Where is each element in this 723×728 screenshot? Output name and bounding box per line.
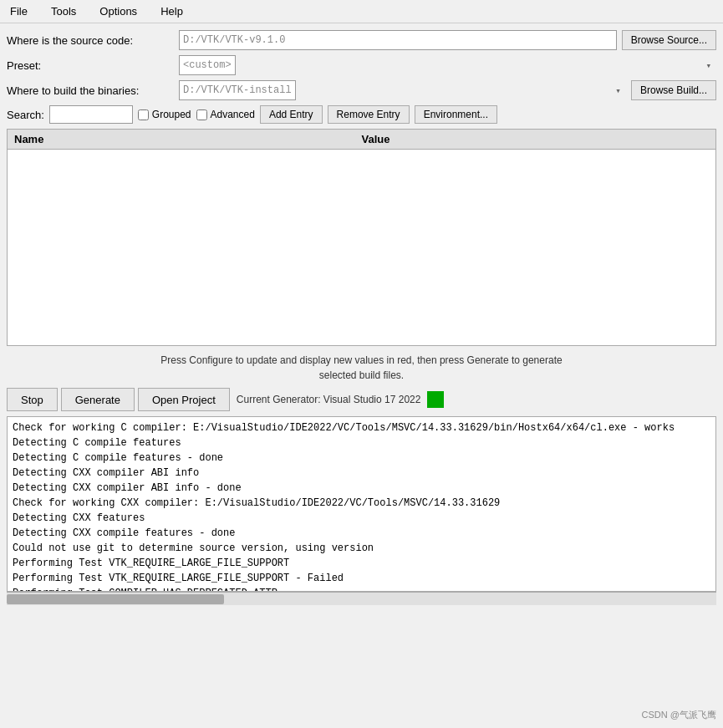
table-header: Name Value (8, 130, 715, 150)
info-line1: Press Configure to update and display ne… (160, 354, 562, 366)
menu-file[interactable]: File (7, 3, 31, 19)
advanced-label: Advanced (211, 109, 255, 120)
build-row: Where to build the binaries: D:/VTK/VTK-… (7, 80, 716, 100)
log-line: Performing Test VTK_REQUIRE_LARGE_FILE_S… (13, 556, 710, 571)
advanced-checkbox[interactable] (196, 109, 207, 120)
main-content: Where is the source code: Browse Source.… (0, 23, 723, 612)
watermark: CSDN @气派飞鹰 (642, 709, 716, 721)
info-text: Press Configure to update and display ne… (7, 353, 716, 383)
bottom-scrollbar[interactable] (7, 592, 716, 605)
log-line: Detecting C compile features (13, 435, 710, 451)
source-label: Where is the source code: (7, 34, 174, 47)
preset-label: Preset: (7, 59, 174, 72)
build-label: Where to build the binaries: (7, 84, 174, 97)
log-line: Check for working CXX compiler: E:/Visua… (13, 496, 710, 511)
browse-build-button[interactable]: Browse Build... (631, 80, 716, 100)
search-label: Search: (7, 109, 44, 121)
log-line: Detecting CXX compiler ABI info - done (13, 481, 710, 496)
log-line: Check for working C compiler: E:/VisualS… (13, 420, 710, 435)
stop-button[interactable]: Stop (7, 388, 58, 411)
menu-help[interactable]: Help (157, 3, 186, 19)
scrollbar-thumb[interactable] (7, 594, 224, 604)
grouped-checkbox[interactable] (138, 109, 149, 120)
generate-button[interactable]: Generate (61, 388, 135, 411)
menu-bar: File Tools Options Help (0, 0, 723, 23)
log-line: Detecting CXX features (13, 511, 710, 526)
log-line: Performing Test COMPILER_HAS_DEPRECATED_… (13, 586, 710, 592)
grouped-checkbox-label[interactable]: Grouped (138, 109, 191, 120)
source-row: Where is the source code: Browse Source.… (7, 30, 716, 50)
table-body[interactable] (8, 150, 715, 342)
search-input[interactable] (49, 105, 133, 124)
log-line: Detecting CXX compile features - done (13, 526, 710, 541)
preset-row: Preset: <custom> (7, 55, 716, 75)
menu-tools[interactable]: Tools (48, 3, 79, 19)
status-indicator (427, 391, 444, 408)
add-entry-button[interactable]: Add Entry (260, 105, 323, 124)
col-value-header: Value (362, 133, 710, 145)
build-select[interactable]: D:/VTK/VTK-install (179, 80, 296, 100)
build-select-wrapper: D:/VTK/VTK-install (179, 80, 626, 100)
preset-select[interactable]: <custom> (179, 55, 236, 75)
open-project-button[interactable]: Open Project (138, 388, 230, 411)
advanced-checkbox-label[interactable]: Advanced (196, 109, 255, 120)
col-name-header: Name (14, 133, 362, 145)
log-line: Could not use git to determine source ve… (13, 541, 710, 556)
menu-options[interactable]: Options (96, 3, 140, 19)
name-value-table: Name Value (7, 129, 716, 346)
source-input[interactable] (179, 30, 617, 50)
generator-label: Current Generator: Visual Studio 17 2022 (237, 394, 421, 405)
action-row: Stop Generate Open Project Current Gener… (7, 388, 716, 411)
remove-entry-button[interactable]: Remove Entry (328, 105, 410, 124)
log-line: Detecting C compile features - done (13, 451, 710, 466)
log-output[interactable]: Check for working C compiler: E:/VisualS… (7, 416, 716, 592)
log-line: Performing Test VTK_REQUIRE_LARGE_FILE_S… (13, 571, 710, 586)
search-row: Search: Grouped Advanced Add Entry Remov… (7, 105, 716, 124)
environment-button[interactable]: Environment... (415, 105, 497, 124)
preset-select-wrapper: <custom> (179, 55, 716, 75)
log-line: Detecting CXX compiler ABI info (13, 466, 710, 481)
info-line2: selected build files. (319, 369, 404, 381)
grouped-label: Grouped (152, 109, 191, 120)
browse-source-button[interactable]: Browse Source... (622, 30, 716, 50)
